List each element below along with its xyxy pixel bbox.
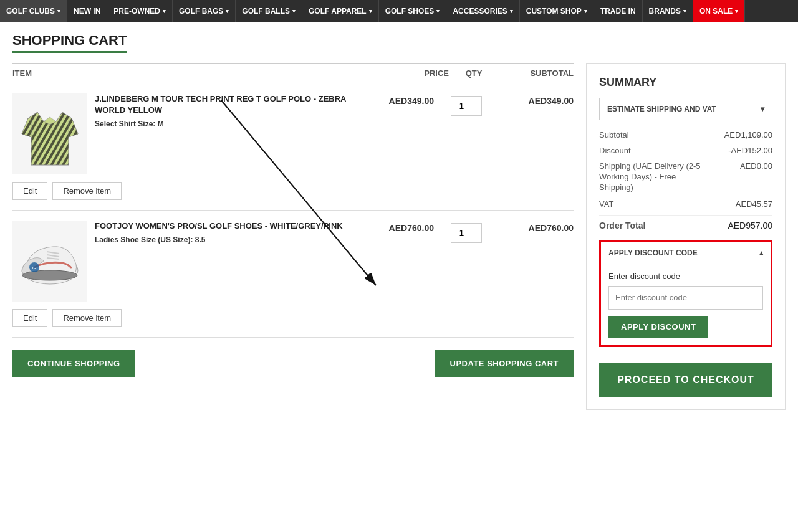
chevron-down-icon: ▾ — [683, 8, 686, 14]
chevron-down-icon: ▾ — [163, 8, 166, 14]
edit-button-2[interactable]: Edit — [12, 309, 47, 327]
chevron-down-icon: ▾ — [510, 8, 513, 14]
proceed-to-checkout-button[interactable]: PROCEED TO CHECKOUT — [599, 363, 772, 397]
nav-item-on-sale[interactable]: ON SALE▾ — [693, 0, 745, 22]
chevron-down-icon: ▾ — [436, 8, 440, 14]
product-size-2: Ladies Shoe Size (US Size): 8.5 — [95, 235, 364, 244]
product-price-1: AED349.00 — [372, 93, 434, 106]
nav-item-brands[interactable]: BRANDS▾ — [643, 0, 693, 22]
product-subtotal-2: AED760.00 — [499, 221, 574, 233]
qty-input-1[interactable] — [451, 96, 482, 116]
nav-item-accessories[interactable]: ACCESSORIES▾ — [446, 0, 519, 22]
nav-item-golf-clubs[interactable]: GOLF CLUBS▾ — [0, 0, 67, 22]
product-size-1: Select Shirt Size: M — [95, 120, 364, 128]
nav-item-golf-apparel[interactable]: GOLF APPAREL▾ — [302, 0, 379, 22]
svg-marker-7 — [69, 118, 78, 137]
chevron-down-icon: ▾ — [226, 8, 229, 14]
nav-item-custom-shop[interactable]: CUSTOM SHOP▾ — [520, 0, 594, 22]
estimate-shipping-label: ESTIMATE SHIPPING AND VAT — [607, 105, 716, 113]
product-qty-2 — [441, 221, 491, 243]
product-image-2: FJ — [12, 221, 87, 302]
product-image-1 — [12, 93, 87, 174]
discount-label: Discount — [599, 146, 631, 155]
estimate-shipping-dropdown[interactable]: ESTIMATE SHIPPING AND VAT ▾ — [599, 98, 772, 120]
main-navigation: GOLF CLUBS▾NEW INPRE-OWNED▾GOLF BAGS▾GOL… — [0, 0, 798, 22]
nav-item-trade-in[interactable]: TRADE IN — [594, 0, 643, 22]
nav-item-golf-shoes[interactable]: GOLF SHOES▾ — [379, 0, 447, 22]
continue-shopping-button[interactable]: CONTINUE SHOPPING — [12, 350, 135, 377]
subtotal-label: Subtotal — [599, 130, 629, 140]
cart-item-2: FJ FOOTJOY WOMEN'S PRO/SL GOLF SHOES - W… — [12, 211, 574, 338]
col-header-subtotal: SUBTOTAL — [499, 69, 574, 78]
svg-marker-6 — [22, 118, 31, 137]
discount-field-label: Enter discount code — [608, 272, 763, 281]
summary-vat-row: VAT AED45.57 — [599, 199, 772, 209]
product-subtotal-1: AED349.00 — [499, 93, 574, 106]
chevron-down-icon: ▾ — [292, 8, 296, 14]
chevron-up-icon: ▴ — [759, 249, 763, 257]
discount-code-body: Enter discount code APPLY DISCOUNT — [601, 264, 771, 345]
product-qty-1 — [441, 93, 491, 116]
page-title: SHOPPING CART — [12, 32, 127, 53]
order-total-label: Order Total — [599, 221, 645, 230]
chevron-down-icon: ▾ — [584, 8, 587, 14]
summary-discount-row: Discount -AED152.00 — [599, 146, 772, 155]
col-header-item: ITEM — [12, 69, 387, 78]
chevron-down-icon: ▾ — [57, 8, 60, 14]
cart-bottom-actions: CONTINUE SHOPPING UPDATE SHOPPING CART — [12, 350, 574, 377]
col-header-price: PRICE — [387, 69, 449, 78]
qty-input-2[interactable] — [451, 223, 482, 243]
vat-label: VAT — [599, 199, 613, 209]
cart-item-1: J.LINDEBERG M TOUR TECH PRINT REG T GOLF… — [12, 83, 574, 211]
update-cart-button[interactable]: UPDATE SHOPPING CART — [435, 350, 574, 377]
vat-value: AED45.57 — [736, 199, 772, 209]
chevron-down-icon: ▾ — [761, 105, 764, 113]
summary-title: SUMMARY — [599, 76, 772, 89]
product-details-1: J.LINDEBERG M TOUR TECH PRINT REG T GOLF… — [95, 93, 364, 128]
summary-subtotal-row: Subtotal AED1,109.00 — [599, 130, 772, 140]
summary-order-total-row: Order Total AED957.00 — [599, 215, 772, 230]
discount-code-input[interactable] — [608, 286, 763, 310]
discount-header-label: APPLY DISCOUNT CODE — [608, 249, 698, 257]
cart-table-header: ITEM PRICE QTY SUBTOTAL — [12, 63, 574, 83]
summary-panel: SUMMARY ESTIMATE SHIPPING AND VAT ▾ Subt… — [586, 63, 786, 410]
chevron-down-icon: ▾ — [735, 8, 738, 14]
svg-text:FJ: FJ — [32, 266, 36, 270]
nav-item-pre-owned[interactable]: PRE-OWNED▾ — [107, 0, 173, 22]
nav-item-golf-bags[interactable]: GOLF BAGS▾ — [173, 0, 236, 22]
discount-code-header[interactable]: APPLY DISCOUNT CODE ▴ — [601, 242, 771, 264]
remove-button-2[interactable]: Remove item — [52, 309, 122, 327]
shipping-label: Shipping (UAE Delivery (2-5 Working Days… — [599, 161, 711, 193]
discount-code-section: APPLY DISCOUNT CODE ▴ Enter discount cod… — [599, 240, 772, 347]
product-price-2: AED760.00 — [372, 221, 434, 233]
shipping-value: AED0.00 — [740, 161, 772, 193]
discount-value: -AED152.00 — [728, 146, 772, 155]
summary-shipping-row: Shipping (UAE Delivery (2-5 Working Days… — [599, 161, 772, 193]
edit-button-1[interactable]: Edit — [12, 182, 47, 200]
product-name-2: FOOTJOY WOMEN'S PRO/SL GOLF SHOES - WHIT… — [95, 221, 364, 232]
remove-button-1[interactable]: Remove item — [52, 182, 122, 200]
subtotal-value: AED1,109.00 — [724, 130, 772, 140]
product-details-2: FOOTJOY WOMEN'S PRO/SL GOLF SHOES - WHIT… — [95, 221, 364, 244]
order-total-value: AED957.00 — [728, 221, 772, 230]
nav-item-new-in[interactable]: NEW IN — [67, 0, 107, 22]
product-name-1: J.LINDEBERG M TOUR TECH PRINT REG T GOLF… — [95, 93, 364, 116]
nav-item-golf-balls[interactable]: GOLF BALLS▾ — [236, 0, 302, 22]
svg-point-12 — [22, 270, 77, 280]
col-header-qty: QTY — [449, 69, 499, 78]
cart-item-actions-1: Edit Remove item — [12, 182, 574, 200]
cart-item-actions-2: Edit Remove item — [12, 309, 574, 327]
chevron-down-icon: ▾ — [369, 8, 372, 14]
apply-discount-button[interactable]: APPLY DISCOUNT — [608, 316, 708, 338]
cart-section: ITEM PRICE QTY SUBTOTAL — [12, 63, 574, 377]
